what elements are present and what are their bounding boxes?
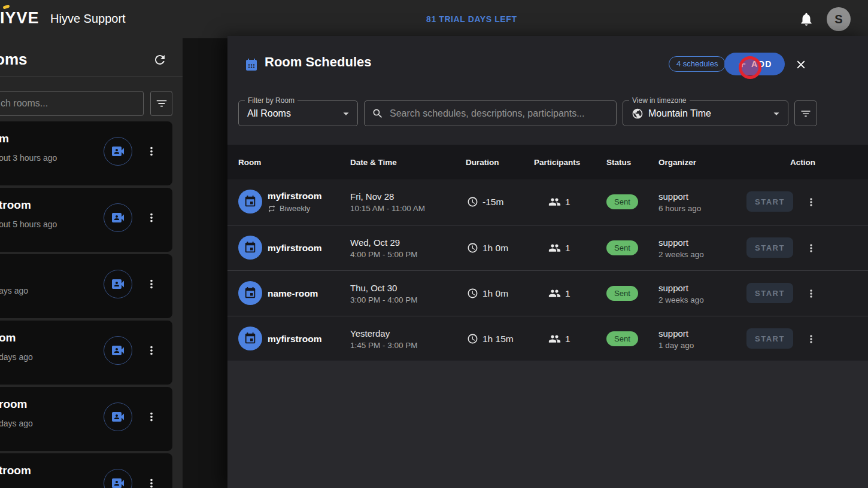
participants-cell: 1 <box>548 179 570 224</box>
notifications-button[interactable] <box>799 11 815 28</box>
room-menu-button[interactable] <box>144 274 159 294</box>
refresh-icon <box>153 53 167 67</box>
datetime-cell: Fri, Nov 28 10:15 AM - 11:00 AM <box>350 179 425 224</box>
room-cell: myfirstroom <box>268 316 321 361</box>
schedule-menu-button[interactable] <box>803 316 819 361</box>
more-vert-icon <box>805 242 817 254</box>
room-list-item[interactable]: om days ago <box>0 321 172 385</box>
join-room-button[interactable] <box>104 203 132 232</box>
refresh-rooms-button[interactable] <box>153 51 169 68</box>
start-button[interactable]: START <box>746 191 793 212</box>
room-name: room <box>0 398 28 411</box>
room-list-item[interactable]: troom out 5 hours ago <box>0 188 172 252</box>
schedule-date: Fri, Nov 28 <box>350 191 394 202</box>
schedule-time: 3:00 PM - 4:00 PM <box>350 295 418 304</box>
timezone-value: Mountain Time <box>648 108 711 119</box>
organizer-name: support <box>658 283 688 293</box>
status-cell: Sent <box>606 179 638 224</box>
schedule-filter-button[interactable] <box>794 100 817 126</box>
column-header-organizer: Organizer <box>658 145 696 179</box>
participants-count: 1 <box>565 197 570 208</box>
column-header-action: Action <box>790 145 815 179</box>
click-indicator <box>739 56 761 79</box>
schedule-room-name: name-room <box>268 288 318 299</box>
organizer-meta: 2 weeks ago <box>658 295 704 304</box>
event-icon <box>238 236 262 260</box>
duration-cell: 1h 15m <box>467 316 514 361</box>
organizer-name: support <box>658 237 688 248</box>
room-menu-button[interactable] <box>144 407 159 427</box>
duration-value: 1h 15m <box>482 334 514 344</box>
recurrence-label: Biweekly <box>280 204 310 213</box>
schedule-menu-button[interactable] <box>803 179 819 224</box>
schedule-time: 10:15 AM - 11:00 AM <box>350 204 425 213</box>
room-meta: out 5 hours ago <box>0 219 57 229</box>
join-room-button[interactable] <box>104 469 132 488</box>
more-vert-icon <box>805 333 817 345</box>
schedule-search-field[interactable] <box>364 100 617 126</box>
participants-cell: 1 <box>548 271 570 316</box>
room-filter-value: All Rooms <box>247 108 291 119</box>
rooms-filter-button[interactable] <box>150 91 172 116</box>
participants-cell: 1 <box>548 316 570 361</box>
clock-icon <box>467 288 478 299</box>
schedule-menu-button[interactable] <box>803 225 819 270</box>
organizer-name: support <box>658 191 688 202</box>
organizer-name: support <box>658 328 688 338</box>
timezone-select[interactable]: View in timezone Mountain Time <box>623 100 788 126</box>
filter-icon <box>155 97 168 110</box>
duration-value: 1h 0m <box>482 288 508 299</box>
schedule-room-name: myfirstroom <box>268 191 321 202</box>
room-menu-button[interactable] <box>144 141 159 161</box>
organizer-cell: support 2 weeks ago <box>658 225 704 270</box>
room-list-item[interactable]: m out 3 hours ago <box>0 121 172 185</box>
join-room-button[interactable] <box>104 137 132 166</box>
column-header-datetime: Date & Time <box>350 145 397 179</box>
status-cell: Sent <box>606 271 638 316</box>
more-vert-icon <box>145 477 158 488</box>
more-vert-icon <box>145 145 158 158</box>
room-list-item[interactable]: room days ago <box>0 387 172 451</box>
join-room-button[interactable] <box>104 402 132 431</box>
join-room-button[interactable] <box>104 336 132 365</box>
schedule-row: myfirstroom Wed, Oct 29 4:00 PM - 5:00 P… <box>227 225 868 270</box>
more-vert-icon <box>805 196 817 208</box>
app-root: IYVE Hiyve Support 81 TRIAL DAYS LEFT S … <box>0 0 868 488</box>
room-menu-button[interactable] <box>144 473 159 488</box>
modal-empty-area <box>227 361 868 488</box>
room-name: troom <box>0 464 31 477</box>
modal-header-section: Room Schedules 4 schedules ADD Filter by… <box>227 36 868 145</box>
close-modal-button[interactable] <box>793 56 809 73</box>
room-list-item[interactable]: troom <box>0 453 172 488</box>
room-menu-button[interactable] <box>144 208 159 228</box>
room-cell: myfirstroom <box>268 225 321 270</box>
schedule-date: Yesterday <box>350 328 390 338</box>
page-title: Hiyve Support <box>50 12 126 26</box>
room-cell: myfirstroom Biweekly <box>268 179 321 224</box>
search-icon <box>372 108 384 120</box>
globe-icon <box>632 108 644 120</box>
duration-cell: 1h 0m <box>467 271 508 316</box>
video-camera-icon <box>111 277 125 291</box>
room-menu-button[interactable] <box>144 340 159 361</box>
more-vert-icon <box>145 277 158 291</box>
start-button[interactable]: START <box>746 237 793 258</box>
timezone-label: View in timezone <box>629 96 690 105</box>
user-avatar[interactable]: S <box>827 7 851 31</box>
avatar-initial: S <box>834 13 842 26</box>
join-room-button[interactable] <box>104 270 132 298</box>
more-vert-icon <box>145 344 158 357</box>
duration-cell: 1h 0m <box>467 225 508 270</box>
schedule-row: myfirstroom Yesterday 1:45 PM - 3:00 PM … <box>227 316 868 361</box>
rooms-search-input[interactable] <box>0 91 144 116</box>
start-button[interactable]: START <box>746 283 793 303</box>
start-button[interactable]: START <box>746 328 793 349</box>
participants-count: 1 <box>565 288 570 299</box>
schedule-menu-button[interactable] <box>803 271 819 316</box>
room-filter-select[interactable]: Filter by Room All Rooms <box>238 100 358 126</box>
room-name: om <box>0 331 16 344</box>
room-list-item[interactable]: ays ago <box>0 254 172 318</box>
recurrence: Biweekly <box>268 204 310 213</box>
schedule-search-input[interactable] <box>390 108 609 119</box>
video-camera-icon <box>111 476 125 488</box>
